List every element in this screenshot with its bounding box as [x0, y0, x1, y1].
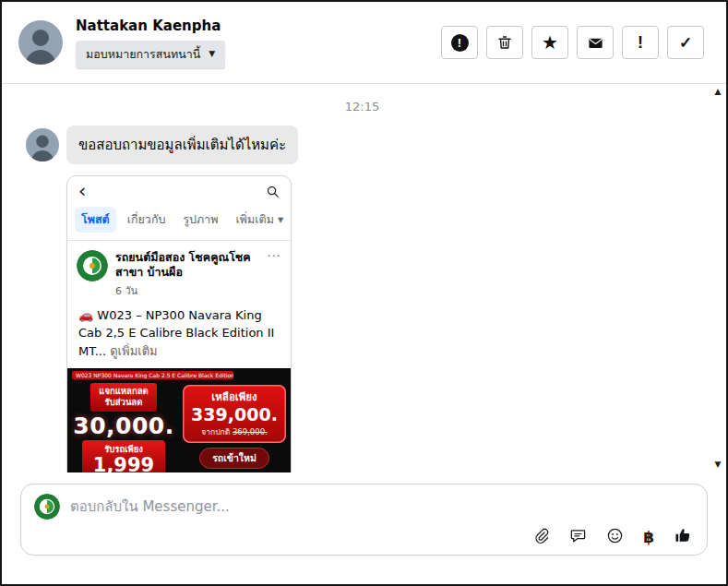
emoji-button[interactable]	[606, 527, 624, 547]
promo-tag-line1: แจกแหลกลด	[99, 386, 148, 397]
shared-page-preview[interactable]: ‹ โพสต์ เกี่ยวกับ รูปภาพ เพิ่มเติม ▾	[66, 175, 292, 472]
star-button[interactable]: ★	[531, 26, 568, 59]
tab-more[interactable]: เพิ่มเติม ▾	[230, 207, 291, 233]
reply-input[interactable]: ตอบกลับใน Messenger...	[70, 496, 230, 518]
search-icon[interactable]	[266, 185, 280, 198]
trash-icon	[496, 34, 513, 51]
promo-tag: แจกแหลกลด รับส่วนลด	[90, 383, 156, 412]
chevron-down-icon: ▼	[209, 50, 215, 58]
baht-icon: ฿	[643, 528, 654, 546]
sender-avatar[interactable]	[26, 128, 59, 161]
alert-circle-icon: !	[451, 34, 469, 52]
star-icon: ★	[542, 33, 558, 52]
scrollbar[interactable]: ▲ ▼	[710, 84, 726, 472]
promo-price-box: เหลือเพียง 339,000. จากปกติ 369,000.	[183, 385, 286, 443]
post-header-text: รถยนต์มือสอง โชคคูณโชค สาขา บ้านผือ 6 วั…	[115, 250, 260, 299]
promo-remain-label: เหลือเพียง	[185, 389, 283, 405]
contact-info: Nattakan Kaenpha มอบหมายการสนทนานี้ ▼	[76, 18, 225, 68]
promo-tag-line2: รับส่วนลด	[99, 397, 148, 408]
business-avatar	[34, 494, 60, 520]
message-row: ขอสอบถามขอมูลเพิ่มเติมได้ไหมค่ะ	[26, 126, 698, 164]
composer-toolbar: ฿	[532, 526, 692, 547]
assign-label: มอบหมายการสนทนานี้	[86, 45, 200, 64]
post-menu-icon[interactable]: ···	[268, 250, 281, 262]
message-area: 12:15 ขอสอบถามขอมูลเพิ่มเติมได้ไหมค่ะ ‹ …	[2, 84, 726, 472]
page-post: รถยนต์มือสอง โชคคูณโชค สาขา บ้านผือ 6 วั…	[67, 241, 291, 360]
post-header: รถยนต์มือสอง โชคคูณโชค สาขา บ้านผือ 6 วั…	[77, 250, 281, 299]
promo-down-value: 1,999	[93, 456, 154, 472]
page-tabs: โพสต์ เกี่ยวกับ รูปภาพ เพิ่มเติม ▾	[67, 206, 291, 240]
page-avatar[interactable]	[77, 250, 108, 281]
contact-avatar[interactable]	[18, 20, 63, 65]
thumbs-up-icon	[674, 526, 692, 547]
back-icon[interactable]: ‹	[78, 182, 86, 201]
composer-input-row: ตอบกลับใน Messenger...	[21, 484, 707, 529]
payment-button[interactable]: ฿	[643, 528, 654, 546]
scroll-down-icon[interactable]: ▼	[715, 460, 722, 469]
contact-name: Nattakan Kaenpha	[76, 18, 225, 34]
conversation-header: Nattakan Kaenpha มอบหมายการสนทนานี้ ▼ ! …	[2, 2, 726, 84]
exclamation-icon: !	[638, 34, 643, 51]
chat-bubble-icon	[569, 527, 587, 547]
post-text-ellipsis: ...	[95, 344, 106, 358]
tab-photos[interactable]: รูปภาพ	[176, 207, 224, 233]
promo-old-price-label: จากปกติ	[201, 427, 230, 437]
tab-posts[interactable]: โพสต์	[75, 207, 116, 233]
promo-left-block: แจกแหลกลด รับส่วนลด 30,000. รับรถเพียง 1…	[69, 383, 178, 472]
promo-top-label: W023 NP300 Navara King Cab 2.5 E Calibre…	[72, 371, 233, 379]
promo-image[interactable]: W023 NP300 Navara King Cab 2.5 E Calibre…	[67, 368, 291, 472]
scroll-up-icon[interactable]: ▲	[715, 88, 722, 96]
promo-old-price: จากปกติ 369,000.	[185, 425, 283, 438]
message-bubble: ขอสอบถามขอมูลเพิ่มเติมได้ไหมค่ะ	[66, 126, 298, 164]
tab-about[interactable]: เกี่ยวกับ	[121, 207, 173, 233]
post-text: 🚗 W023 – NP300 Navara King Cab 2,5 E Cal…	[78, 306, 280, 361]
promo-old-price-value: 369,000.	[233, 427, 268, 437]
check-icon: ✓	[679, 35, 692, 51]
mark-important-button[interactable]: !	[622, 26, 659, 59]
composer-area: ตอบกลับใน Messenger...	[2, 472, 726, 584]
smiley-icon	[606, 527, 624, 547]
envelope-icon	[587, 34, 604, 52]
saved-replies-button[interactable]	[569, 527, 587, 547]
report-button[interactable]: !	[441, 26, 478, 59]
mark-done-button[interactable]: ✓	[667, 26, 704, 59]
promo-down-block: รับรถเพียง 1,999	[82, 440, 165, 472]
page-name[interactable]: รถยนต์มือสอง โชคคูณโชค สาขา บ้านผือ	[115, 250, 260, 281]
post-time: 6 วัน	[115, 282, 260, 299]
paperclip-icon	[532, 527, 550, 547]
promo-price-value: 339,000.	[185, 405, 283, 425]
reply-composer[interactable]: ตอบกลับใน Messenger...	[20, 484, 708, 556]
attach-file-button[interactable]	[532, 527, 550, 547]
post-text-body: 🚗 W023 – NP300 Navara King Cab 2,5 E Cal…	[78, 308, 274, 358]
delete-button[interactable]	[486, 26, 523, 59]
promo-right-block: เหลือเพียง 339,000. จากปกติ 369,000. รถเ…	[183, 385, 286, 469]
promo-discount-value: 30,000.	[69, 413, 178, 439]
promo-badge: รถเข้าใหม่	[199, 448, 269, 469]
mail-button[interactable]	[577, 26, 614, 59]
timestamp: 12:15	[26, 84, 698, 126]
preview-toolbar: ‹	[67, 176, 291, 206]
assign-conversation-button[interactable]: มอบหมายการสนทนานี้ ▼	[76, 41, 225, 68]
like-button[interactable]	[674, 526, 692, 547]
header-action-bar: ! ★ ! ✓	[441, 26, 704, 59]
conversation-window: Nattakan Kaenpha มอบหมายการสนทนานี้ ▼ ! …	[0, 0, 728, 586]
see-more-link[interactable]: ดูเพิ่มเติม	[110, 344, 157, 358]
